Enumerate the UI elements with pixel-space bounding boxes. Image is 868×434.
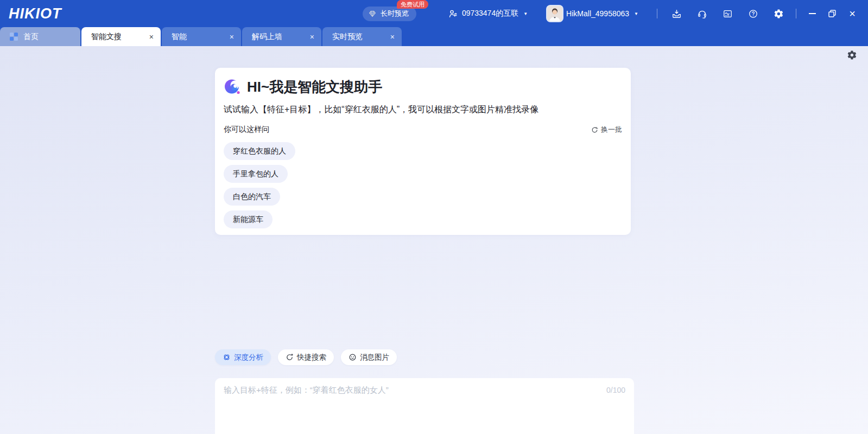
mode-label: 深度分析 xyxy=(234,353,263,362)
message-image-icon xyxy=(349,353,357,361)
settings-button[interactable] xyxy=(772,7,785,20)
help-icon xyxy=(748,9,758,19)
tab-bar: 首页 智能文搜 × 智能 × 解码上墙 × 实时预览 × xyxy=(0,27,868,46)
suggestion-chip[interactable]: 新能源车 xyxy=(224,210,273,228)
gem-icon xyxy=(368,9,377,18)
close-icon[interactable]: × xyxy=(149,33,154,41)
mode-deep-analysis[interactable]: 深度分析 xyxy=(215,349,271,365)
char-counter: 0/100 xyxy=(606,386,625,394)
trial-badge: 免费试用 xyxy=(397,0,428,9)
monitor-icon xyxy=(723,9,733,19)
tab-label: 智能文搜 xyxy=(91,32,122,42)
search-input[interactable] xyxy=(224,385,593,434)
chevron-down-icon: ▼ xyxy=(523,11,528,16)
titlebar-right: 长时预览 免费试用 09733474的互联 ▼ xyxy=(363,6,868,21)
app-logo: HIKIOT xyxy=(9,5,62,22)
assistant-title: HI~我是智能文搜助手 xyxy=(247,78,382,97)
user-menu[interactable]: HikMall_49958063 ▼ xyxy=(547,6,638,21)
home-grid-icon xyxy=(10,33,18,41)
content-area: HI~我是智能文搜助手 试试输入【特征+目标】，比如“穿红衣服的人”，我可以根据… xyxy=(0,46,868,434)
help-button[interactable] xyxy=(746,7,759,20)
refresh-label: 换一批 xyxy=(601,125,622,135)
tab-label: 智能 xyxy=(172,32,187,42)
suggestions-header: 你可以这样问 换一批 xyxy=(224,125,622,135)
download-button[interactable] xyxy=(670,7,683,20)
minimize-icon xyxy=(809,13,816,14)
tab-label: 实时预览 xyxy=(332,32,363,42)
titlebar-divider xyxy=(796,9,796,18)
suggestion-chip[interactable]: 穿红色衣服的人 xyxy=(224,142,295,160)
long-preview-button[interactable]: 长时预览 免费试用 xyxy=(363,7,416,21)
search-mode-toggle: 深度分析 快捷搜索 消息图片 xyxy=(215,349,397,365)
quick-search-icon xyxy=(286,353,294,361)
close-button[interactable]: × xyxy=(845,7,859,21)
assistant-subtitle: 试试输入【特征+目标】，比如“穿红衣服的人”，我可以根据文字或图片精准找录像 xyxy=(224,104,622,116)
account-label: 09733474的互联 xyxy=(462,9,518,18)
tab-smart[interactable]: 智能 × xyxy=(162,27,241,46)
mode-message-image[interactable]: 消息图片 xyxy=(341,349,397,365)
chevron-down-icon: ▼ xyxy=(634,11,638,16)
deep-analysis-icon xyxy=(223,353,231,361)
account-switcher[interactable]: 09733474的互联 ▼ xyxy=(448,9,528,19)
download-icon xyxy=(671,9,682,19)
tab-label: 解码上墙 xyxy=(252,32,282,42)
close-icon[interactable]: × xyxy=(230,33,234,41)
avatar xyxy=(547,6,562,21)
suggestion-chip[interactable]: 手里拿包的人 xyxy=(224,165,288,183)
search-composer: 0/100 xyxy=(215,378,634,434)
gear-icon xyxy=(774,9,784,19)
tab-smart-text-search[interactable]: 智能文搜 × xyxy=(81,27,161,46)
app-window: HIKIOT 长时预览 免费试用 xyxy=(0,0,868,434)
tab-decode-wall[interactable]: 解码上墙 × xyxy=(242,27,321,46)
assistant-card: HI~我是智能文搜助手 试试输入【特征+目标】，比如“穿红衣服的人”，我可以根据… xyxy=(215,68,631,235)
minimize-button[interactable] xyxy=(805,7,819,21)
support-button[interactable] xyxy=(695,7,708,20)
mode-label: 消息图片 xyxy=(360,353,389,362)
titlebar-divider xyxy=(657,9,657,18)
mode-label: 快捷搜索 xyxy=(297,353,326,362)
refresh-icon xyxy=(591,126,598,133)
maximize-button[interactable] xyxy=(825,7,839,21)
suggestions-label: 你可以这样问 xyxy=(224,125,269,135)
close-icon[interactable]: × xyxy=(390,33,395,41)
gear-icon xyxy=(847,50,857,60)
refresh-suggestions-button[interactable]: 换一批 xyxy=(591,125,622,135)
assistant-logo-icon xyxy=(224,78,242,96)
assistant-card-header: HI~我是智能文搜助手 xyxy=(224,78,622,97)
tab-home[interactable]: 首页 xyxy=(0,27,80,46)
tab-label: 首页 xyxy=(23,32,39,42)
suggestion-chip[interactable]: 白色的汽车 xyxy=(224,188,280,206)
restore-icon xyxy=(828,10,836,17)
page-settings-button[interactable] xyxy=(847,50,857,62)
mode-quick-search[interactable]: 快捷搜索 xyxy=(278,349,334,365)
person-switch-icon xyxy=(448,9,458,19)
titlebar: HIKIOT 长时预览 免费试用 xyxy=(0,0,868,27)
close-icon[interactable]: × xyxy=(310,33,314,41)
suggestion-list: 穿红色衣服的人 手里拿包的人 白色的汽车 新能源车 xyxy=(224,142,622,228)
tab-live-view[interactable]: 实时预览 × xyxy=(322,27,402,46)
monitor-status-button[interactable] xyxy=(721,7,734,20)
long-preview-label: 长时预览 xyxy=(381,9,409,18)
headset-icon xyxy=(697,9,707,19)
username-label: HikMall_49958063 xyxy=(566,9,629,18)
